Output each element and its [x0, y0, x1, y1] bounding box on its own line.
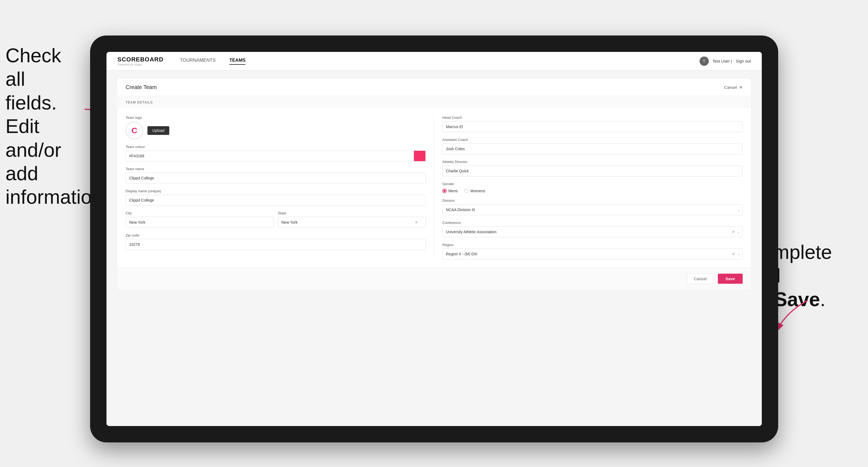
zip-label: Zip code — [126, 233, 426, 237]
close-icon: ✕ — [739, 85, 743, 90]
gender-mens-label: Mens — [448, 189, 458, 193]
assistant-coach-input[interactable] — [442, 144, 743, 154]
main-content: Create Team Cancel ✕ TEAM DETAILS Team l… — [106, 70, 762, 426]
state-label: State — [278, 211, 426, 215]
city-state-group: City State New York ✕ — [126, 211, 426, 228]
create-team-panel: Create Team Cancel ✕ TEAM DETAILS Team l… — [117, 79, 751, 289]
upload-button[interactable]: Upload — [148, 126, 169, 135]
head-coach-input[interactable] — [442, 121, 743, 132]
nav-links: TOURNAMENTS TEAMS — [180, 58, 700, 65]
navbar: SCOREBOARD Powered by clippd TOURNAMENTS… — [106, 52, 762, 70]
annotation-left: Check all fields. Edit and/or add inform… — [5, 44, 82, 209]
panel-footer: Cancel Save — [117, 268, 751, 289]
panel-header: Create Team Cancel ✕ — [117, 79, 751, 96]
head-coach-label: Head Coach — [442, 116, 743, 120]
form-right: Head Coach Assistant Coach Athletic Dire… — [434, 116, 743, 259]
gender-womens-radio[interactable] — [464, 189, 469, 193]
gender-womens-label: Womens — [470, 189, 485, 193]
city-state-row: City State New York ✕ — [126, 211, 426, 228]
tablet-screen: SCOREBOARD Powered by clippd TOURNAMENTS… — [106, 52, 762, 426]
city-input[interactable] — [126, 217, 274, 228]
zip-group: Zip code — [126, 233, 426, 250]
region-group: Region Region II - (M) DIII ✕ — [442, 243, 743, 259]
team-name-label: Team name — [126, 167, 426, 171]
team-name-input[interactable] — [126, 173, 426, 184]
annotation-line2: Edit and/or add — [5, 115, 61, 184]
gender-mens-option[interactable]: Mens — [442, 189, 458, 193]
logo-preview-circle: C — [126, 122, 143, 139]
team-logo-label: Team logo — [126, 116, 426, 120]
annotation-line1: Check all fields. — [5, 44, 61, 114]
display-name-input[interactable] — [126, 195, 426, 206]
region-label: Region — [442, 243, 743, 247]
team-logo-section: Team logo C Upload — [126, 116, 426, 139]
head-coach-group: Head Coach — [442, 116, 743, 132]
team-colour-label: Team colour — [126, 145, 426, 149]
zip-input[interactable] — [126, 239, 426, 250]
athletic-director-group: Athletic Director — [442, 160, 743, 177]
conference-select[interactable]: University Athletic Association — [442, 226, 743, 237]
team-colour-input[interactable] — [126, 151, 414, 161]
assistant-coach-group: Assistant Coach — [442, 138, 743, 154]
division-group: Division NCAA Division III — [442, 198, 743, 215]
cancel-text: Cancel — [724, 85, 737, 90]
logo-preview-row: C Upload — [126, 122, 426, 139]
section-label: TEAM DETAILS — [117, 96, 751, 107]
logo-sub: Powered by clippd — [117, 63, 163, 66]
division-select[interactable]: NCAA Division III — [442, 204, 743, 215]
logo-area: SCOREBOARD Powered by clippd — [117, 56, 163, 66]
form-left: Team logo C Upload Team colour — [126, 116, 434, 259]
color-input-row — [126, 151, 426, 161]
display-name-label: Display name (unique) — [126, 189, 426, 193]
division-select-wrapper: NCAA Division III — [442, 204, 743, 215]
annotation-right-end: . — [820, 288, 826, 310]
nav-tournaments[interactable]: TOURNAMENTS — [180, 58, 216, 65]
state-select[interactable]: New York — [278, 217, 426, 228]
logo-text: SCOREBOARD — [117, 56, 163, 63]
gender-label: Gender — [442, 182, 743, 186]
conference-label: Conference — [442, 221, 743, 225]
city-group: City — [126, 211, 274, 228]
division-label: Division — [442, 198, 743, 203]
user-text: Test User | — [713, 59, 732, 63]
nav-teams[interactable]: TEAMS — [229, 58, 246, 65]
display-name-group: Display name (unique) — [126, 189, 426, 206]
assistant-coach-label: Assistant Coach — [442, 138, 743, 142]
athletic-director-input[interactable] — [442, 165, 743, 177]
form-body: Team logo C Upload Team colour — [117, 107, 751, 268]
athletic-director-label: Athletic Director — [442, 160, 743, 164]
gender-mens-radio[interactable] — [442, 189, 447, 193]
team-name-group: Team name — [126, 167, 426, 184]
signout-link[interactable]: Sign out — [736, 59, 751, 63]
color-swatch — [414, 151, 426, 161]
gender-radio-group: Mens Womens — [442, 188, 743, 193]
state-select-wrapper: New York ✕ — [278, 217, 426, 228]
conference-clear-button[interactable]: ✕ — [732, 230, 735, 234]
team-colour-group: Team colour — [126, 145, 426, 161]
panel-title: Create Team — [126, 84, 157, 90]
gender-group: Gender Mens Womens — [442, 182, 743, 193]
cancel-button[interactable]: Cancel — [687, 273, 713, 284]
state-clear-button[interactable]: ✕ — [415, 220, 418, 224]
region-clear-button[interactable]: ✕ — [732, 252, 735, 256]
gender-womens-option[interactable]: Womens — [464, 189, 485, 193]
state-group: State New York ✕ — [278, 211, 426, 228]
avatar: T — [700, 57, 709, 66]
city-label: City — [126, 211, 274, 215]
save-button[interactable]: Save — [718, 274, 743, 284]
panel-cancel-header[interactable]: Cancel ✕ — [724, 85, 743, 90]
region-select-wrapper: Region II - (M) DIII ✕ — [442, 249, 743, 259]
tablet-frame: SCOREBOARD Powered by clippd TOURNAMENTS… — [90, 35, 778, 442]
region-select[interactable]: Region II - (M) DIII — [442, 249, 743, 259]
nav-right: T Test User | Sign out — [700, 57, 751, 66]
conference-select-wrapper: University Athletic Association ✕ — [442, 226, 743, 237]
conference-group: Conference University Athletic Associati… — [442, 221, 743, 237]
